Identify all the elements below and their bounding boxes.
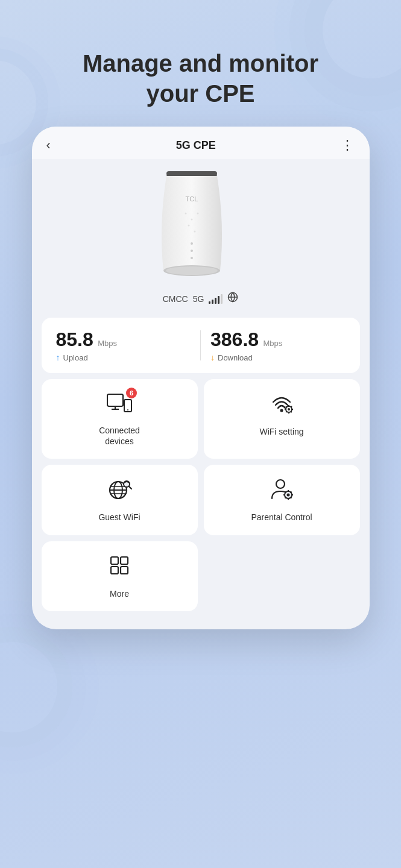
connected-devices-label: Connecteddevices [99, 425, 140, 447]
upload-value-row: 85.8 Mbps [56, 329, 191, 351]
svg-text:TCL: TCL [185, 195, 198, 203]
phone-title: 5G CPE [176, 139, 216, 152]
download-speed-value: 386.8 [210, 329, 259, 350]
phone-mockup: ‹ 5G CPE ⋮ [32, 127, 370, 629]
upload-speed-unit: Mbps [98, 339, 117, 348]
svg-rect-52 [121, 567, 128, 574]
svg-rect-1 [166, 171, 217, 176]
signal-bar-1 [209, 301, 210, 304]
globe-icon [227, 292, 238, 306]
feature-grid: 6 Connecteddevices [42, 379, 360, 535]
wifi-setting-label: WiFi setting [259, 426, 303, 437]
signal-bar-3 [215, 298, 216, 304]
svg-line-29 [286, 412, 287, 413]
svg-line-28 [291, 412, 292, 413]
connected-devices-icon: 6 [107, 391, 132, 419]
download-arrow-icon: ↓ [210, 353, 215, 362]
download-speed: 386.8 Mbps ↓ Download [210, 329, 346, 362]
guest-wifi-icon [106, 477, 133, 506]
signal-bars [209, 294, 223, 304]
parental-control-icon [268, 477, 295, 506]
upload-label: ↑ Upload [56, 353, 191, 362]
svg-rect-49 [111, 557, 118, 564]
network-type: 5G [193, 294, 204, 304]
svg-point-19 [127, 409, 128, 410]
more-label: More [110, 588, 129, 599]
svg-line-27 [286, 406, 287, 407]
speed-divider [200, 330, 201, 360]
upload-speed: 85.8 Mbps ↑ Upload [56, 329, 191, 362]
svg-point-9 [191, 250, 193, 252]
svg-point-10 [191, 257, 193, 259]
svg-point-8 [191, 242, 193, 245]
upload-speed-value: 85.8 [56, 329, 93, 350]
wifi-setting-card[interactable]: WiFi setting [204, 379, 360, 459]
bottom-row: More [42, 541, 360, 611]
device-image-area: TCL CMCC 5G [32, 159, 370, 318]
svg-rect-51 [111, 567, 118, 574]
svg-point-12 [166, 266, 218, 275]
svg-point-4 [197, 213, 198, 215]
signal-bar-5 [221, 294, 223, 304]
svg-point-22 [288, 408, 290, 410]
wifi-setting-icon [268, 391, 295, 420]
signal-bar-2 [212, 300, 213, 304]
header-section: Manage and monitor your CPE [83, 48, 318, 108]
page-title: Manage and monitor your CPE [83, 48, 318, 108]
upload-arrow-icon: ↑ [56, 353, 60, 362]
header-line2: your CPE [146, 80, 254, 107]
svg-point-6 [194, 231, 195, 233]
download-text: Download [218, 353, 253, 362]
parental-control-label: Parental Control [251, 512, 312, 523]
svg-rect-50 [121, 557, 128, 564]
speed-card: 85.8 Mbps ↑ Upload 386.8 Mbps ↓ Download [42, 318, 360, 373]
svg-rect-15 [107, 394, 123, 406]
signal-bar-4 [218, 296, 219, 304]
download-label: ↓ Download [210, 353, 346, 362]
guest-wifi-card[interactable]: Guest WiFi [42, 465, 198, 535]
more-card[interactable]: More [42, 541, 198, 611]
guest-wifi-label: Guest WiFi [98, 512, 140, 523]
connected-devices-card[interactable]: 6 Connecteddevices [42, 379, 198, 459]
svg-line-30 [291, 406, 292, 407]
connected-devices-badge: 6 [126, 388, 137, 398]
more-icon [107, 553, 131, 582]
download-value-row: 386.8 Mbps [210, 329, 346, 351]
parental-control-card[interactable]: Parental Control [204, 465, 360, 535]
bg-decoration-bottom-left [0, 627, 72, 747]
bg-decoration-top-right [305, 0, 401, 96]
upload-text: Upload [63, 353, 88, 362]
router-image: TCL [147, 165, 255, 286]
phone-topbar: ‹ 5G CPE ⋮ [32, 127, 370, 159]
svg-point-20 [280, 409, 283, 412]
more-menu-button[interactable]: ⋮ [341, 137, 355, 153]
svg-point-2 [185, 213, 186, 215]
svg-point-3 [191, 219, 192, 221]
header-line1: Manage and monitor [83, 50, 318, 77]
download-speed-unit: Mbps [264, 339, 283, 348]
back-button[interactable]: ‹ [46, 137, 51, 153]
network-name: CMCC [163, 294, 188, 304]
svg-point-38 [276, 480, 285, 488]
svg-line-37 [129, 486, 131, 489]
svg-point-40 [287, 494, 290, 497]
network-info: CMCC 5G [163, 292, 239, 306]
svg-point-5 [188, 225, 189, 227]
